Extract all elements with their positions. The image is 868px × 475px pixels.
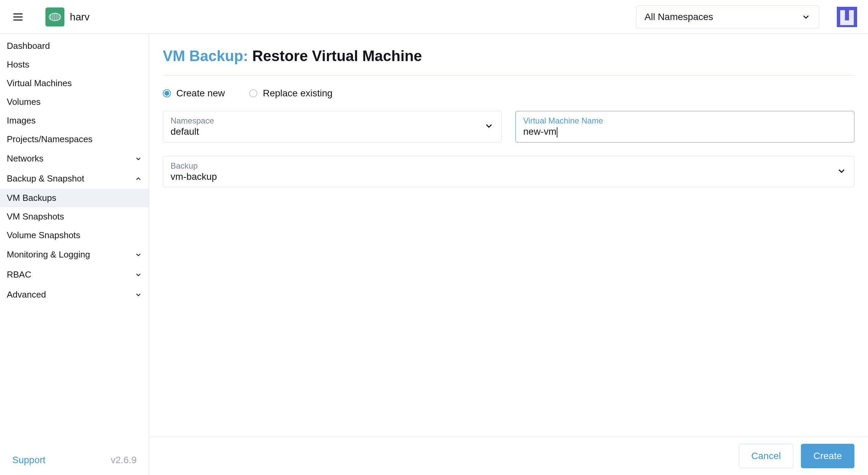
svg-rect-10 [840, 10, 845, 20]
chevron-down-icon [135, 271, 142, 279]
chevron-down-icon [135, 155, 142, 163]
restore-mode-radios: Create new Replace existing [163, 76, 854, 111]
field-label: Backup [171, 161, 847, 171]
sidebar-item-volume-snapshots[interactable]: Volume Snapshots [0, 226, 149, 245]
sidebar-group-advanced[interactable]: Advanced [0, 285, 149, 305]
chevron-down-icon [135, 251, 142, 259]
backup-field[interactable]: Backup vm-backup [163, 156, 854, 187]
support-link[interactable]: Support [12, 455, 45, 466]
chevron-down-icon [836, 166, 847, 176]
chevron-down-icon [801, 12, 811, 22]
chevron-up-icon [135, 175, 142, 183]
namespace-selector-label: All Namespaces [645, 12, 801, 22]
field-label: Virtual Machine Name [523, 116, 847, 126]
sidebar-item-images[interactable]: Images [0, 111, 149, 130]
sidebar-item-volumes[interactable]: Volumes [0, 93, 149, 111]
chevron-down-icon [484, 121, 494, 131]
sidebar-group-networks[interactable]: Networks [0, 149, 149, 169]
field-value: vm-backup [171, 171, 847, 182]
app-logo[interactable] [45, 7, 64, 26]
hamburger-icon [12, 11, 24, 23]
cancel-button[interactable]: Cancel [739, 444, 793, 468]
namespace-field[interactable]: Namespace default [163, 111, 502, 142]
field-value: new-vm [523, 126, 847, 137]
menu-toggle-button[interactable] [11, 10, 25, 24]
page-title-prefix: VM Backup: [163, 48, 252, 64]
radio-icon [249, 89, 257, 97]
page-title: VM Backup: Restore Virtual Machine [163, 48, 854, 76]
field-value: default [171, 126, 494, 137]
sidebar-group-label: Networks [7, 153, 135, 164]
svg-rect-12 [840, 20, 854, 25]
sidebar-item-vm-snapshots[interactable]: VM Snapshots [0, 207, 149, 226]
radio-create-new[interactable]: Create new [163, 88, 225, 99]
main-content: VM Backup: Restore Virtual Machine Creat… [149, 34, 868, 475]
sidebar-group-monitoring-logging[interactable]: Monitoring & Logging [0, 245, 149, 265]
sidebar-group-label: RBAC [7, 269, 135, 280]
text-cursor [557, 127, 557, 137]
radio-label: Replace existing [263, 88, 332, 99]
vm-name-field[interactable]: Virtual Machine Name new-vm [515, 111, 854, 142]
sidebar-group-rbac[interactable]: RBAC [0, 265, 149, 285]
sidebar-item-projects-namespaces[interactable]: Projects/Namespaces [0, 130, 149, 149]
avatar-icon [837, 7, 857, 27]
create-button[interactable]: Create [801, 444, 854, 468]
radio-label: Create new [176, 88, 225, 99]
radio-replace-existing[interactable]: Replace existing [249, 88, 332, 99]
svg-rect-11 [849, 10, 854, 20]
app-name[interactable]: harv [70, 11, 90, 23]
sidebar-nav: Dashboard Hosts Virtual Machines Volumes… [0, 34, 149, 444]
user-avatar[interactable] [837, 7, 857, 27]
sidebar: Dashboard Hosts Virtual Machines Volumes… [0, 34, 149, 475]
footer-bar: Cancel Create [149, 437, 868, 475]
sidebar-item-hosts[interactable]: Hosts [0, 55, 149, 74]
namespace-selector[interactable]: All Namespaces [636, 5, 819, 28]
sidebar-group-backup-snapshot[interactable]: Backup & Snapshot [0, 169, 149, 189]
sidebar-group-label: Backup & Snapshot [7, 173, 135, 184]
page-title-main: Restore Virtual Machine [252, 48, 422, 64]
sidebar-item-dashboard[interactable]: Dashboard [0, 37, 149, 55]
sidebar-item-vm-backups[interactable]: VM Backups [0, 189, 149, 207]
header: harv All Namespaces [0, 0, 868, 34]
vm-name-text: new-vm [523, 126, 556, 137]
sidebar-item-virtual-machines[interactable]: Virtual Machines [0, 74, 149, 93]
version-label: v2.6.9 [111, 455, 137, 466]
sidebar-footer: Support v2.6.9 [0, 444, 149, 475]
harvester-logo-icon [48, 10, 62, 24]
field-label: Namespace [171, 116, 494, 126]
radio-icon [163, 89, 171, 97]
sidebar-group-label: Advanced [7, 289, 135, 300]
chevron-down-icon [135, 291, 142, 299]
sidebar-group-label: Monitoring & Logging [7, 249, 135, 260]
